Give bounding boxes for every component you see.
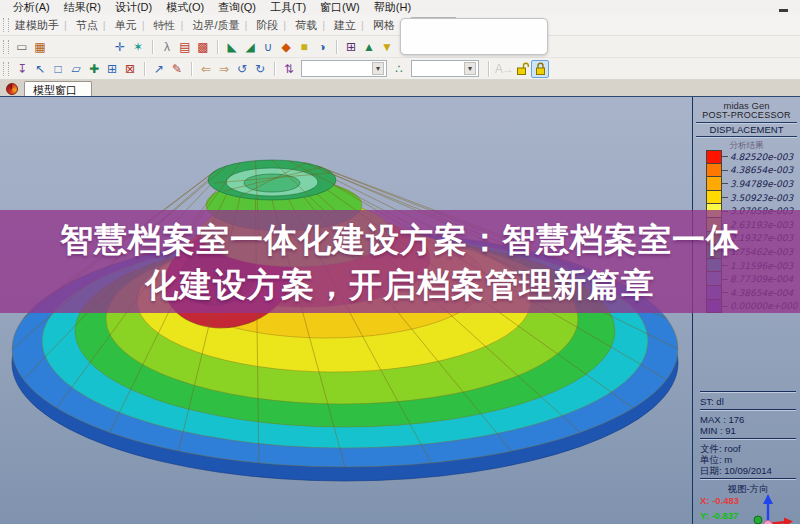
legend-tick xyxy=(722,156,728,157)
file-label: 文件: roof xyxy=(700,443,796,454)
rotate-left-icon[interactable]: ↺ xyxy=(233,60,251,78)
shrink-view-icon[interactable]: ▭ xyxy=(13,38,31,56)
pan-right-icon[interactable]: ⇒ xyxy=(215,60,233,78)
chevron-down-icon: ▾ xyxy=(372,62,384,75)
works-tree-icon[interactable]: ✶ xyxy=(129,38,147,56)
ribbon-tab-load[interactable]: 荷载 xyxy=(293,17,332,34)
ribbon-tab-element[interactable]: 单元 xyxy=(113,17,152,34)
menu-item-results[interactable]: 结果(R) xyxy=(57,0,108,15)
zoom-window-icon[interactable]: ↗ xyxy=(150,60,168,78)
dynamic-view-icon[interactable]: ⇅ xyxy=(280,60,298,78)
menu-item-help[interactable]: 帮助(H) xyxy=(367,0,418,15)
result-info-block: ST: dl MAX : 176 MIN : 91 文件: roof 单位: m… xyxy=(700,389,796,524)
select-window-icon[interactable]: □ xyxy=(49,60,67,78)
legend-swatch xyxy=(706,150,722,164)
legend-value: 3.94789e-003 xyxy=(730,179,793,189)
select-intersect-icon[interactable]: ✚ xyxy=(85,60,103,78)
menu-item-window[interactable]: 窗口(W) xyxy=(313,0,367,15)
selection-toolbar: ↧ ↖ □ ▱ ✚ ⊞ ⊠ ↗ ✎ ⇐ ⇒ ↺ xyxy=(0,58,800,80)
result-table-icon[interactable]: ▤ xyxy=(176,38,194,56)
app-window: 分析(A) 结果(R) 设计(D) 模式(O) 查询(Q) 工具(T) 窗口(W… xyxy=(0,0,800,524)
legend-tick xyxy=(722,197,728,198)
section-detail-icon[interactable]: ▩ xyxy=(194,38,212,56)
axis-triad-icon xyxy=(752,492,794,524)
rotate-right-icon[interactable]: ↻ xyxy=(251,60,269,78)
menu-item-design[interactable]: 设计(D) xyxy=(108,0,159,15)
chevron-down-icon: ▾ xyxy=(464,62,476,75)
legend-value: 3.50923e-003 xyxy=(730,193,793,203)
ribbon-tab-stage[interactable]: 阶段 xyxy=(254,17,293,34)
headline-line1: 智慧档案室一体化建设方案：智慧档案室一体 xyxy=(60,217,740,262)
legend-swatch xyxy=(706,191,722,205)
beam-diagram-icon[interactable]: λ xyxy=(158,38,176,56)
select-arrow-icon[interactable]: ↖ xyxy=(31,60,49,78)
legend-tick xyxy=(722,170,728,171)
panel-divider xyxy=(700,478,796,480)
menu-bar: 分析(A) 结果(R) 设计(D) 模式(O) 查询(Q) 工具(T) 窗口(W… xyxy=(0,0,800,15)
toolbar-grip xyxy=(3,18,9,32)
legend-value: 4.38654e-003 xyxy=(730,165,793,175)
max-node-label: MAX : 176 xyxy=(700,414,796,425)
menu-item-tools[interactable]: 工具(T) xyxy=(263,0,313,15)
active-group-combo[interactable]: ▾ xyxy=(411,60,479,77)
unit-label: 单位: m xyxy=(700,454,796,465)
ribbon-tab-create[interactable]: 建立 xyxy=(332,17,371,34)
redraw-pencil-icon[interactable]: ✎ xyxy=(168,60,186,78)
toolbar-grip xyxy=(3,62,9,76)
ribbon-tab-modeling-assistant[interactable]: 建模助手 xyxy=(13,17,74,34)
ribbon-tab-node[interactable]: 节点 xyxy=(74,17,113,34)
headline-banner: 智慧档案室一体化建设方案：智慧档案室一体 化建设方案，开启档案管理新篇章 xyxy=(0,210,800,313)
truss-stress-icon[interactable]: ▲ xyxy=(360,38,378,56)
min-node-label: MIN : 91 xyxy=(700,425,796,436)
panel-divider xyxy=(696,136,797,138)
stress-contour-icon[interactable]: ■ xyxy=(295,38,313,56)
headline-line2: 化建设方案，开启档案管理新篇章 xyxy=(145,262,655,307)
ribbon-tab-property[interactable]: 特性 xyxy=(152,17,191,34)
date-label: 日期: 10/09/2014 xyxy=(700,465,796,476)
grid-mesh-icon[interactable]: ⊞ xyxy=(342,38,360,56)
auto-label-icon[interactable]: A→ xyxy=(495,60,513,78)
displacement-contour-icon[interactable]: ◆ xyxy=(277,38,295,56)
window-tab-bar: 模型窗口 xyxy=(0,80,800,96)
result-type-label: DISPLACEMENT xyxy=(693,124,800,135)
floating-dropdown-panel[interactable] xyxy=(400,18,548,55)
toolbar-grip xyxy=(3,40,9,54)
unselect-all-icon[interactable]: ⊠ xyxy=(121,60,139,78)
tab-model-window[interactable]: 模型窗口 xyxy=(24,81,92,96)
plate-force-icon[interactable]: ▼ xyxy=(378,38,396,56)
selection-plane-combo[interactable]: ▾ xyxy=(301,60,387,77)
plumb-select-icon[interactable]: ↧ xyxy=(13,60,31,78)
toolbar-separator xyxy=(488,61,489,77)
legend-row: 4.82520e-003 xyxy=(706,150,798,164)
menu-item-analysis[interactable]: 分析(A) xyxy=(6,0,57,15)
deformed-shape-icon[interactable]: ∪ xyxy=(259,38,277,56)
postprocessor-label: POST-PROCESSOR xyxy=(693,110,800,120)
panel-divider xyxy=(700,409,796,411)
panel-divider xyxy=(700,391,796,393)
legend-tick xyxy=(722,183,728,184)
panel-divider xyxy=(700,438,796,440)
legend-value: 4.82520e-003 xyxy=(730,152,793,162)
select-all-icon[interactable]: ⊞ xyxy=(103,60,121,78)
legend-row: 4.38654e-003 xyxy=(706,164,798,178)
moment-diagram-icon[interactable]: ◑ xyxy=(313,38,331,56)
lock-icon[interactable] xyxy=(531,60,549,78)
legend-swatch xyxy=(706,164,722,178)
legend-row: 3.50923e-003 xyxy=(706,191,798,205)
pan-left-icon[interactable]: ⇐ xyxy=(197,60,215,78)
menu-item-query[interactable]: 查询(Q) xyxy=(211,0,263,15)
perspective-box-icon[interactable]: ▦ xyxy=(31,38,49,56)
legend-swatch xyxy=(706,177,722,191)
load-case-label: ST: dl xyxy=(700,396,796,407)
unlock-icon[interactable] xyxy=(513,60,531,78)
legend-row: 3.94789e-003 xyxy=(706,177,798,191)
reaction-moments-icon[interactable]: ◢ xyxy=(241,38,259,56)
minimize-button[interactable] xyxy=(779,9,788,12)
displacement-tool-icon[interactable]: ✛ xyxy=(111,38,129,56)
reaction-forces-icon[interactable]: ◣ xyxy=(223,38,241,56)
align-dots-icon[interactable]: ∴ xyxy=(390,60,408,78)
select-polygon-icon[interactable]: ▱ xyxy=(67,60,85,78)
menu-item-mode[interactable]: 模式(O) xyxy=(159,0,211,15)
ribbon-tab-boundary-mass[interactable]: 边界/质量 xyxy=(190,17,254,34)
midas-logo-icon xyxy=(6,83,18,95)
